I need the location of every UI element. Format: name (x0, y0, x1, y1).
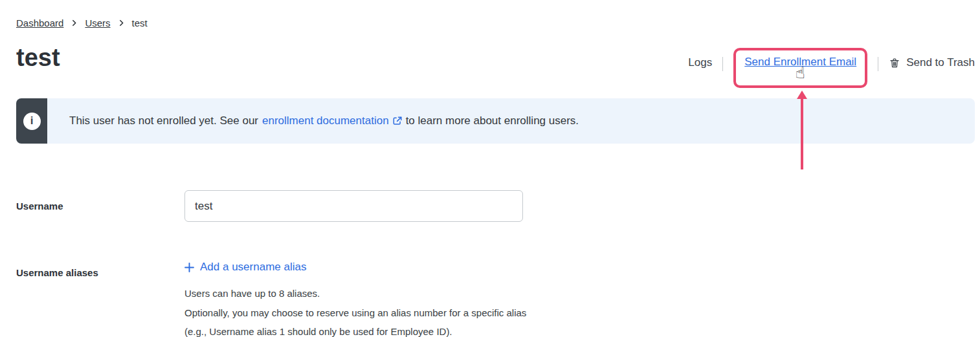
external-link-icon (393, 116, 402, 125)
enrollment-documentation-link[interactable]: enrollment documentation (262, 114, 389, 127)
info-banner-text: This user has not enrolled yet. See our … (47, 98, 579, 144)
user-detail-page: Dashboard Users test test Logs Send Enro… (0, 0, 980, 337)
username-label: Username (16, 201, 184, 212)
action-separator (878, 57, 878, 71)
send-to-trash-link[interactable]: Send to Trash (889, 56, 975, 69)
breadcrumb-users[interactable]: Users (85, 17, 110, 28)
action-separator (722, 57, 723, 71)
info-icon: i (16, 98, 47, 144)
add-username-alias-link[interactable]: Add a username alias (184, 261, 526, 274)
page-title: test (16, 43, 60, 72)
plus-icon (184, 263, 194, 272)
help-line: (e.g., Username alias 1 should only be u… (184, 322, 526, 337)
hand-cursor-icon: ☝ (796, 65, 805, 81)
username-aliases-row: Username aliases Add a username alias Us… (16, 261, 975, 337)
breadcrumb-dashboard[interactable]: Dashboard (16, 17, 63, 28)
username-input[interactable] (184, 190, 523, 222)
logs-link[interactable]: Logs (688, 56, 712, 69)
chevron-right-icon (117, 19, 126, 27)
info-banner: i This user has not enrolled yet. See ou… (16, 98, 975, 144)
send-to-trash-label: Send to Trash (906, 56, 975, 69)
aliases-help-text: Users can have up to 8 aliases. Optional… (184, 284, 526, 337)
info-icon-glyph: i (23, 113, 41, 130)
breadcrumb: Dashboard Users test (16, 17, 975, 28)
chevron-right-icon (70, 19, 78, 27)
username-aliases-label: Username aliases (16, 261, 184, 278)
trash-icon (889, 57, 900, 69)
header-actions: Logs Send Enrollment Email ☝ Send to Tra… (688, 48, 975, 88)
breadcrumb-current: test (132, 17, 148, 28)
help-line: Optionally, you may choose to reserve us… (184, 303, 526, 323)
page-header: test Logs Send Enrollment Email ☝ S (16, 43, 975, 88)
help-line: Users can have up to 8 aliases. (184, 284, 526, 303)
banner-text-before: This user has not enrolled yet. See our (69, 114, 258, 127)
username-aliases-content: Add a username alias Users can have up t… (184, 261, 526, 337)
annotation-arrow (801, 98, 803, 169)
add-username-alias-label: Add a username alias (200, 261, 306, 274)
banner-text-after: to learn more about enrolling users. (406, 114, 579, 127)
username-row: Username (16, 190, 975, 222)
annotation-highlight-box: Send Enrollment Email ☝ (733, 48, 867, 88)
